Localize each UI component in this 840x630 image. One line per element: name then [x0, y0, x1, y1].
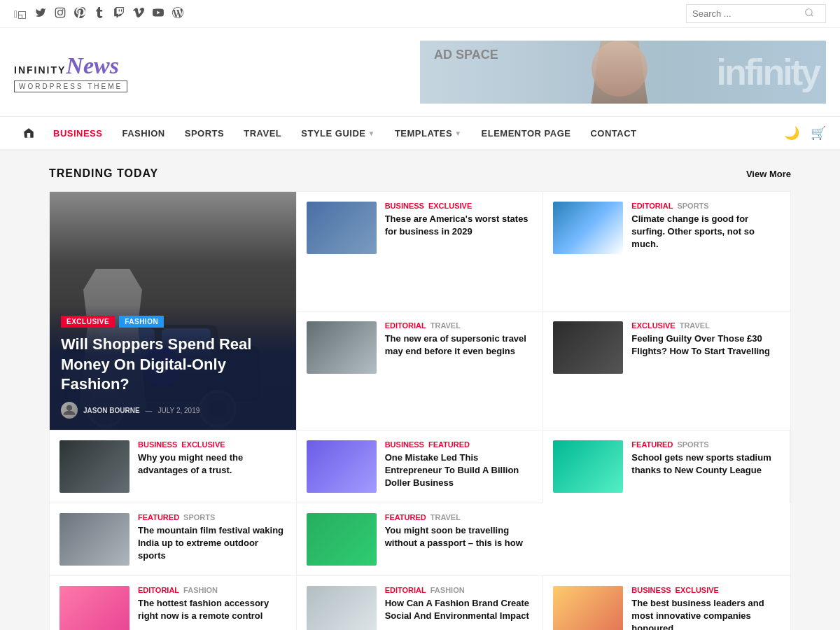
article-content-8: FEATURED SPORTS The mountain film festiv…	[138, 513, 286, 563]
tag-business-12: BUSINESS	[631, 586, 671, 594]
article-tags-4: EXCLUSIVE TRAVEL	[631, 321, 780, 330]
article-tags-8: FEATURED SPORTS	[138, 513, 286, 522]
article-tags-11: EDITORIAL FASHION	[385, 586, 533, 594]
youtube-icon[interactable]	[153, 7, 164, 20]
vimeo-icon[interactable]	[133, 7, 144, 20]
tag-editorial-3: EDITORIAL	[385, 321, 426, 330]
tag-sports-8: SPORTS	[183, 513, 215, 522]
logo[interactable]: INFINITY News WORDPRESS THEME	[14, 52, 127, 92]
search-input[interactable]	[692, 8, 804, 19]
article-cell-9[interactable]: FEATURED TRAVEL You might soon be travel…	[297, 503, 544, 575]
nav-style-guide[interactable]: STYLE GUIDE ▼	[291, 118, 385, 148]
article-content-4: EXCLUSIVE TRAVEL Feeling Guilty Over Tho…	[631, 321, 780, 358]
article-title-3: The new era of supersonic travel may end…	[385, 332, 533, 358]
tag-exclusive-5: EXCLUSIVE	[181, 440, 225, 449]
instagram-icon[interactable]	[55, 7, 66, 20]
article-title-10: The hottest fashion accessory right now …	[138, 597, 286, 622]
featured-tags: EXCLUSIVE FASHION	[61, 316, 285, 328]
nav-fashion[interactable]: FASHION	[112, 118, 174, 148]
ad-banner: AD SPACE infinity	[420, 41, 826, 104]
article-content-6: BUSINESS FEATURED One Mistake Led This E…	[385, 440, 533, 490]
nav-elementor[interactable]: ELEMENTOR PAGE	[472, 118, 581, 148]
article-content-7: FEATURED SPORTS School gets new sports s…	[631, 440, 780, 477]
article-tags-7: FEATURED SPORTS	[631, 440, 780, 449]
style-guide-chevron: ▼	[368, 130, 374, 137]
article-thumb-10	[59, 586, 130, 630]
tag-exclusive-1: EXCLUSIVE	[428, 202, 472, 210]
tag-business-1: BUSINESS	[385, 202, 424, 210]
logo-news-text: News	[66, 52, 119, 79]
tag-business-5: BUSINESS	[138, 440, 177, 449]
article-tags-5: BUSINESS EXCLUSIVE	[138, 440, 286, 449]
tag-sports-2: SPORTS	[677, 202, 708, 210]
article-tags-9: FEATURED TRAVEL	[385, 513, 534, 522]
article-cell-3[interactable]: EDITORIAL TRAVEL The new era of superson…	[297, 312, 544, 431]
article-cell-4[interactable]: EXCLUSIVE TRAVEL Feeling Guilty Over Tho…	[543, 312, 790, 431]
nav-sports[interactable]: SPORTS	[175, 118, 234, 148]
social-bar: ◱	[0, 0, 840, 28]
article-title-4: Feeling Guilty Over Those £30 Flights? H…	[631, 332, 780, 358]
article-cell-6[interactable]: BUSINESS FEATURED One Mistake Led This E…	[297, 430, 544, 503]
nav-templates[interactable]: TEMPLATES ▼	[385, 118, 472, 148]
featured-overlay: EXCLUSIVE FASHION Will Shoppers Spend Re…	[50, 304, 296, 430]
featured-article[interactable]: 08 EXCLUSIVE FASHION Will Shoppers Spend…	[50, 192, 297, 430]
article-title-8: The mountain film festival waking India …	[138, 524, 286, 563]
nav-travel[interactable]: TRAVEL	[234, 118, 291, 148]
pinterest-icon[interactable]	[74, 7, 85, 20]
tag-exclusive-4: EXCLUSIVE	[631, 321, 675, 330]
svg-rect-0	[56, 8, 65, 17]
nav-home[interactable]	[14, 117, 43, 149]
tag-business-6: BUSINESS	[385, 440, 424, 449]
search-icon[interactable]	[804, 8, 814, 20]
article-cell-11[interactable]: EDITORIAL FASHION How Can A Fashion Bran…	[297, 576, 544, 630]
article-tags-3: EDITORIAL TRAVEL	[385, 321, 533, 330]
article-content-1: BUSINESS EXCLUSIVE These are America's w…	[385, 202, 533, 238]
article-cell-8[interactable]: FEATURED SPORTS The mountain film festiv…	[50, 503, 297, 575]
article-cell-2[interactable]: EDITORIAL SPORTS Climate change is good …	[543, 192, 790, 312]
article-thumb-11	[307, 586, 377, 630]
tag-editorial-10: EDITORIAL	[138, 586, 179, 594]
logo-infinity-text: INFINITY	[14, 64, 66, 76]
wordpress-icon[interactable]	[172, 7, 183, 20]
article-cell-1[interactable]: BUSINESS EXCLUSIVE These are America's w…	[297, 192, 544, 312]
tag-travel-3: TRAVEL	[430, 321, 461, 330]
author-row: JASON BOURNE — JULY 2, 2019	[61, 402, 285, 419]
article-thumb-9	[307, 513, 377, 566]
facebook-icon[interactable]: ◱	[14, 8, 27, 20]
tag-fashion-10: FASHION	[183, 586, 218, 594]
dark-mode-toggle[interactable]: 🌙	[784, 125, 799, 141]
section-title: TRENDING TODAY	[49, 167, 158, 180]
twitter-icon[interactable]	[35, 7, 46, 20]
tag-featured-7: FEATURED	[631, 440, 673, 449]
tumblr-icon[interactable]	[94, 7, 105, 20]
article-content-11: EDITORIAL FASHION How Can A Fashion Bran…	[385, 586, 533, 622]
article-cell-12[interactable]: BUSINESS EXCLUSIVE The best business lea…	[543, 576, 790, 630]
tag-travel-4: TRAVEL	[680, 321, 710, 330]
article-thumb-12	[553, 586, 623, 630]
svg-point-3	[806, 9, 812, 15]
section-header: TRENDING TODAY View More	[49, 167, 791, 180]
twitch-icon[interactable]	[113, 7, 125, 20]
nav-business[interactable]: BUSINESS	[43, 118, 112, 148]
article-title-9: You might soon be travelling without a p…	[385, 524, 534, 550]
tag-editorial-2: EDITORIAL	[631, 202, 673, 210]
article-content-5: BUSINESS EXCLUSIVE Why you might need th…	[138, 440, 286, 477]
main-nav: BUSINESS FASHION SPORTS TRAVEL STYLE GUI…	[0, 117, 840, 150]
bottom-row: EDITORIAL FASHION The hottest fashion ac…	[49, 576, 791, 630]
cart-icon[interactable]: 🛒	[811, 125, 826, 141]
header: INFINITY News WORDPRESS THEME AD SPACE i…	[0, 28, 840, 117]
tag-fashion-11: FASHION	[430, 586, 465, 594]
search-bar[interactable]	[686, 4, 826, 23]
article-content-12: BUSINESS EXCLUSIVE The best business lea…	[631, 586, 780, 630]
article-tags-12: BUSINESS EXCLUSIVE	[631, 586, 780, 594]
tag-travel-9: TRAVEL	[430, 513, 461, 522]
author-separator: —	[146, 407, 153, 414]
article-cell-7[interactable]: FEATURED SPORTS School gets new sports s…	[543, 430, 790, 503]
article-cell-5[interactable]: BUSINESS EXCLUSIVE Why you might need th…	[50, 430, 297, 503]
article-title-7: School gets new sports stadium thanks to…	[631, 451, 780, 477]
nav-contact[interactable]: CONTACT	[580, 118, 646, 148]
article-cell-10[interactable]: EDITORIAL FASHION The hottest fashion ac…	[50, 576, 297, 630]
article-date: JULY 2, 2019	[158, 407, 200, 414]
view-more-link[interactable]: View More	[746, 169, 791, 179]
tag-exclusive: EXCLUSIVE	[61, 316, 115, 328]
